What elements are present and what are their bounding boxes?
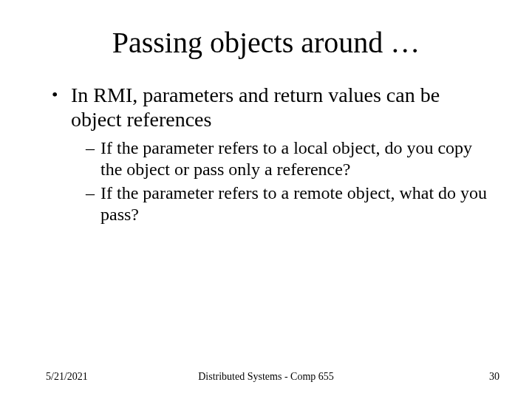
dash-marker: –: [86, 183, 100, 204]
slide-title: Passing objects around …: [0, 25, 532, 60]
footer-center: Distributed Systems - Comp 655: [0, 371, 532, 383]
sub-bullet-text: If the parameter refers to a local objec…: [100, 137, 495, 181]
bullet-marker: •: [52, 83, 71, 105]
sub-bullet-item: – If the parameter refers to a remote ob…: [86, 183, 495, 226]
slide: Passing objects around … • In RMI, param…: [0, 0, 532, 399]
sub-bullet-item: – If the parameter refers to a local obj…: [86, 137, 495, 181]
footer-page-number: 30: [489, 371, 499, 383]
bullet-item: • In RMI, parameters and return values c…: [52, 83, 495, 132]
slide-body: • In RMI, parameters and return values c…: [52, 83, 495, 227]
dash-marker: –: [86, 137, 100, 159]
sub-bullet-list: – If the parameter refers to a local obj…: [86, 137, 495, 225]
sub-bullet-text: If the parameter refers to a remote obje…: [100, 183, 495, 226]
bullet-text: In RMI, parameters and return values can…: [71, 83, 495, 132]
